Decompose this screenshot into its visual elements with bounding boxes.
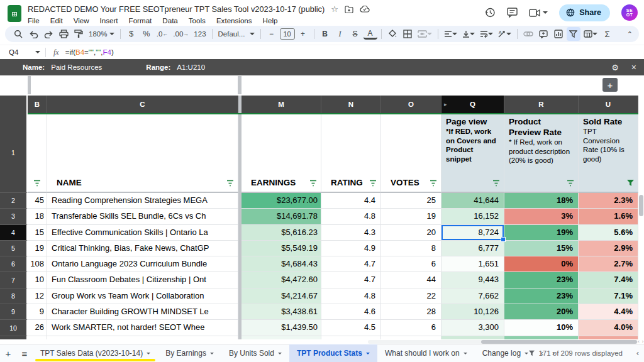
version-history-icon[interactable] — [484, 7, 496, 18]
text-rotation-icon[interactable]: A — [496, 27, 513, 41]
format-percent-icon[interactable]: % — [140, 27, 153, 41]
cell-preview-rate[interactable]: 18% — [504, 193, 579, 209]
tab-caret-icon[interactable] — [210, 353, 214, 354]
hscroll-arrows[interactable]: ‹ › — [638, 339, 644, 344]
cell-preview-rate[interactable]: 3% — [504, 209, 579, 224]
cell-votes[interactable]: 8 — [381, 241, 441, 256]
meet-caret-icon[interactable] — [543, 11, 548, 14]
cell-product-name[interactable]: Character Building GROWTH MINDSET Le — [47, 304, 238, 320]
sheet-tab-change-log[interactable]: Change log — [475, 344, 536, 362]
cell-votes[interactable]: 6 — [381, 320, 441, 336]
menu-tools[interactable]: Tools — [189, 16, 206, 25]
move-to-folder-icon[interactable] — [345, 6, 353, 13]
filter-lines-icon[interactable] — [33, 180, 42, 187]
account-avatar[interactable]: SE OT — [621, 4, 638, 21]
all-sheets-icon[interactable]: ≡ — [16, 348, 33, 359]
filter-lines-icon[interactable] — [429, 180, 438, 187]
cell-preview-rate[interactable]: 23% — [504, 272, 579, 288]
cell-votes[interactable]: 19 — [381, 209, 441, 224]
cell-units-sold[interactable]: 18 — [28, 209, 47, 224]
tab-caret-icon[interactable] — [147, 353, 150, 354]
row-header[interactable]: 6 — [0, 256, 28, 272]
tab-caret-icon[interactable] — [464, 353, 467, 354]
tab-caret-icon[interactable] — [525, 353, 528, 354]
menu-insert[interactable]: Insert — [100, 16, 118, 25]
statusbar-collapse-icon[interactable]: ‹ — [636, 349, 639, 358]
document-title[interactable]: REDACTED DEMO Your FREE SEOTpreneur TPT … — [28, 4, 325, 14]
cell-product-name[interactable]: Work SMARTER, not harder! SEOT Whee — [47, 320, 238, 336]
fill-color-icon[interactable] — [386, 27, 399, 41]
format-currency-icon[interactable]: $ — [125, 27, 138, 41]
menu-extensions[interactable]: Extensions — [216, 16, 252, 25]
paint-format-icon[interactable] — [72, 27, 86, 41]
cell-preview-rate[interactable]: 0% — [504, 256, 579, 272]
create-filter-icon[interactable] — [567, 27, 580, 41]
filter-range-value[interactable]: A1:U210 — [177, 63, 205, 71]
cell-product-name[interactable]: Fun Classroom Debates | Citizenship | On… — [47, 272, 238, 288]
sheets-logo[interactable] — [8, 5, 21, 22]
cell-votes[interactable]: 20 — [381, 225, 441, 241]
cell-earnings[interactable]: $3,438.61 — [242, 304, 321, 320]
menu-help[interactable]: Help — [263, 16, 278, 25]
row-header[interactable]: 10 — [0, 320, 28, 336]
cell-sold-rate[interactable]: 5.6% — [579, 225, 638, 241]
cell-product-name[interactable]: Critical Thinking, Bias, Fake News, Chat… — [47, 241, 238, 256]
font-select[interactable]: Defaul... — [216, 27, 257, 41]
cell-units-sold[interactable]: 15 — [28, 225, 47, 241]
cell-sold-rate[interactable]: 7.1% — [579, 288, 638, 304]
cell-sold-rate[interactable]: 4.0% — [579, 320, 638, 336]
cell-units-sold[interactable]: 26 — [28, 320, 47, 336]
cell-units-sold[interactable]: 12 — [28, 288, 47, 304]
cell-rating[interactable]: 4.6 — [321, 304, 381, 320]
formula-input[interactable]: =if(B4="","",F4) — [65, 48, 114, 56]
insert-comment-icon[interactable] — [536, 27, 550, 41]
cell-page-views[interactable]: 16,152 — [441, 209, 504, 224]
print-icon[interactable] — [57, 27, 70, 41]
cell-rating[interactable]: 4.9 — [321, 241, 381, 256]
sheet-tab-tpt-product-stats[interactable]: TPT Product Stats — [289, 344, 377, 362]
filter-lines-icon[interactable] — [369, 180, 377, 187]
cell-earnings[interactable]: $5,616.23 — [242, 225, 321, 241]
text-color-icon[interactable]: A — [364, 28, 377, 40]
select-all-corner[interactable] — [0, 96, 28, 113]
cell-page-views[interactable]: 1,651 — [441, 256, 504, 272]
share-button[interactable]: Share — [559, 4, 610, 21]
row-header[interactable]: 4 — [0, 225, 28, 241]
menu-data[interactable]: Data — [162, 16, 178, 25]
row-header[interactable]: 8 — [0, 288, 28, 304]
toolbar-collapse-icon[interactable]: ⌃ — [627, 30, 633, 38]
cell-page-views[interactable]: 8,724 — [441, 225, 504, 241]
close-filter-view-icon[interactable]: × — [631, 62, 636, 72]
number-format-icon[interactable]: 123 — [192, 27, 208, 41]
italic-icon[interactable]: I — [333, 27, 347, 41]
search-icon[interactable] — [11, 27, 25, 41]
filter-lines-icon[interactable] — [492, 180, 501, 187]
add-button[interactable]: + — [602, 78, 618, 92]
row-header[interactable]: 2 — [0, 193, 28, 209]
cloud-saved-icon[interactable] — [360, 6, 370, 13]
cell-O1-votes-header[interactable]: VOTES — [381, 113, 441, 193]
add-sheet-icon[interactable]: + — [0, 348, 16, 359]
zoom-select[interactable]: 180% — [87, 27, 116, 41]
menu-format[interactable]: Format — [129, 16, 152, 25]
cell-votes[interactable]: 22 — [381, 288, 441, 304]
cell-page-views[interactable]: 41,644 — [441, 193, 504, 209]
text-wrap-icon[interactable] — [478, 27, 495, 41]
cell-U1-soldrate-header[interactable]: Sold Rate TPT Conversion Rate (10% is go… — [579, 113, 638, 193]
decrease-decimal-icon[interactable]: .0← — [155, 27, 170, 41]
cell-product-name[interactable]: Reading Comprehension Strategies MEGA — [47, 193, 238, 209]
column-header-O[interactable]: O — [381, 96, 441, 113]
cell-preview-rate[interactable]: 20% — [504, 304, 579, 320]
cell-rating[interactable]: 4.5 — [321, 320, 381, 336]
cell-sold-rate[interactable]: 2.7% — [579, 256, 638, 272]
cell-sold-rate[interactable]: 2.9% — [579, 241, 638, 256]
cell-units-sold[interactable]: 19 — [28, 241, 47, 256]
frozen-divider-stub[interactable] — [238, 76, 242, 94]
cell-preview-rate[interactable]: 15% — [504, 241, 579, 256]
row-header-1[interactable]: 1 — [0, 113, 28, 193]
cell-rating[interactable]: 4.8 — [321, 209, 381, 224]
cell-rating[interactable]: 4.3 — [321, 225, 381, 241]
sheet-tab-by-earnings[interactable]: By Earnings — [158, 344, 221, 362]
cell-votes[interactable]: 44 — [381, 272, 441, 288]
functions-icon[interactable]: Σ — [601, 27, 614, 41]
